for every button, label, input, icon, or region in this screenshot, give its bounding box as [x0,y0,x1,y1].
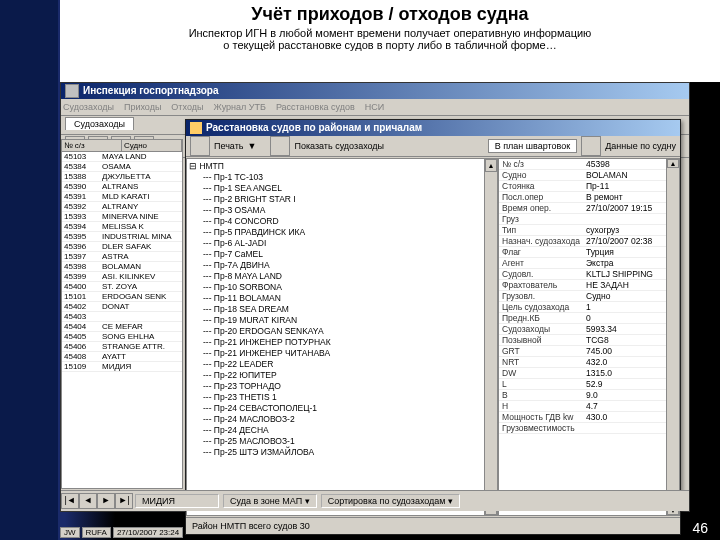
tree-leaf[interactable]: --- Пр-5 ПРАВДИНСК ИКА [189,227,495,238]
table-row[interactable]: 45390ALTRANS [62,182,182,192]
tree-leaf[interactable]: --- Пр-22 LEADER [189,359,495,370]
menu-item[interactable]: НСИ [365,99,384,115]
property-row[interactable]: ФлагТурция [499,247,679,258]
table-row[interactable]: 45103MAYA LAND [62,152,182,162]
table-row[interactable]: 45403 [62,312,182,322]
property-row[interactable]: NRT432.0 [499,357,679,368]
tree-leaf[interactable]: --- Пр-24 СЕВАСТОПОЛЕЦ-1 [189,403,495,414]
property-row[interactable]: Грузовл.Судно [499,291,679,302]
property-row[interactable]: Мощность ГДВ kw430.0 [499,412,679,423]
tree-leaf[interactable]: --- Пр-24 ДЕСНА [189,425,495,436]
tree-leaf[interactable]: --- Пр-4 CONCORD [189,216,495,227]
property-row[interactable]: Судовл.KLTLJ SHIPPING [499,269,679,280]
print-label[interactable]: Печать [214,141,243,151]
left-grid[interactable]: № с/з Судно 45103MAYA LAND45384OSAMA1538… [61,139,183,489]
table-row[interactable]: 45400ST. ZOYA [62,282,182,292]
property-row[interactable]: Типсухогруз [499,225,679,236]
table-row[interactable]: 45396DLER SAFAK [62,242,182,252]
property-row[interactable]: Посл.оперВ ремонт [499,192,679,203]
menu-item[interactable]: Судозаходы [63,99,114,115]
tree-leaf[interactable]: --- Пр-21 ИНЖЕНЕР ЧИТАНАВА [189,348,495,359]
tree-leaf[interactable]: --- Пр-25 МАСЛОВОЗ-1 [189,436,495,447]
tree-leaf[interactable]: --- Пр-7 CaMEL [189,249,495,260]
nav-next-icon[interactable]: ► [97,493,115,509]
property-row[interactable]: GRT745.00 [499,346,679,357]
table-row[interactable]: 45404CE MEFAR [62,322,182,332]
tree-leaf[interactable]: --- Пр-18 SEA DREAM [189,304,495,315]
properties-panel[interactable]: № с/з45398СудноBOLAMANСтоянкаПр-11Посл.о… [498,158,680,516]
show-label[interactable]: Показать судозаходы [294,141,384,151]
property-row[interactable]: DW1315.0 [499,368,679,379]
menu-item[interactable]: Отходы [171,99,203,115]
tree-leaf[interactable]: --- Пр-21 ИНЖЕНЕР ПОТУРНАК [189,337,495,348]
child-titlebar[interactable]: Расстановка судов по районам и причалам [186,120,680,136]
tree-leaf[interactable]: --- Пр-19 MURAT KIRAN [189,315,495,326]
nav-first-icon[interactable]: |◄ [61,493,79,509]
window-titlebar[interactable]: Инспекция госпортнадзора [61,83,689,99]
table-row[interactable]: 15388ДЖУЛЬЕТТА [62,172,182,182]
table-row[interactable]: 45405SONG EHLHA [62,332,182,342]
col-header[interactable]: Судно [122,140,182,151]
tree-leaf[interactable]: --- Пр-20 ERDOGAN SENKAYA [189,326,495,337]
tree-root[interactable]: ⊟ НМТП [189,161,495,172]
ship-data-label[interactable]: Данные по судну [605,141,676,151]
property-row[interactable]: № с/з45398 [499,159,679,170]
table-row[interactable]: 15101ERDOGAN SENK [62,292,182,302]
property-row[interactable]: H4.7 [499,401,679,412]
table-row[interactable]: 45395INDUSTRIAL MINA [62,232,182,242]
tree-leaf[interactable]: --- Пр-1 SEA ANGEL [189,183,495,194]
property-row[interactable]: Судозаходы5993.34 [499,324,679,335]
tree-leaf[interactable]: --- Пр-2 BRIGHT STAR I [189,194,495,205]
tree-leaf[interactable]: --- Пр-3 OSAMA [189,205,495,216]
plan-button[interactable]: В план швартовок [488,139,577,153]
property-row[interactable]: Назнач. судозахода27/10/2007 02:38 [499,236,679,247]
menu-item[interactable]: Расстановка судов [276,99,355,115]
property-row[interactable]: СудноBOLAMAN [499,170,679,181]
property-row[interactable]: АгентЭкстра [499,258,679,269]
property-row[interactable]: Грузовместимость [499,423,679,434]
property-row[interactable]: ФрахтовательНЕ ЗАДАН [499,280,679,291]
tree-leaf[interactable]: --- Пр-11 BOLAMAN [189,293,495,304]
property-row[interactable]: Груз [499,214,679,225]
property-row[interactable]: СтоянкаПр-11 [499,181,679,192]
table-row[interactable]: 45391MLD KARATI [62,192,182,202]
property-row[interactable]: ПозывнойTCG8 [499,335,679,346]
tree-leaf[interactable]: --- Пр-6 AL-JADI [189,238,495,249]
ship-data-icon[interactable] [581,136,601,156]
menu-item[interactable]: Приходы [124,99,161,115]
tree-leaf[interactable]: --- Пр-7А ДВИНА [189,260,495,271]
property-row[interactable]: Время опер.27/10/2007 19:15 [499,203,679,214]
status-zone[interactable]: Суда в зоне МАП ▾ [223,494,317,508]
tree-leaf[interactable]: --- Пр-22 ЮПИТЕР [189,370,495,381]
table-row[interactable]: 15393MINERVA NINE [62,212,182,222]
menu-bar[interactable]: Судозаходы Приходы Отходы Журнал УТБ Рас… [61,99,689,116]
property-row[interactable]: Предн.КБ0 [499,313,679,324]
tab-active[interactable]: Судозаходы [65,117,134,130]
tree-leaf[interactable]: --- Пр-10 SORBONA [189,282,495,293]
table-row[interactable]: 45398BOLAMAN [62,262,182,272]
nav-last-icon[interactable]: ►| [115,493,133,509]
tree-leaf[interactable]: --- Пр-25 ШТЭ ИЗМАЙЛОВА [189,447,495,458]
tree-leaf[interactable]: --- Пр-24 МАСЛОВОЗ-2 [189,414,495,425]
nav-prev-icon[interactable]: ◄ [79,493,97,509]
table-row[interactable]: 45406STRANGE ATTR. [62,342,182,352]
tree-leaf[interactable]: --- Пр-23 THETIS 1 [189,392,495,403]
table-row[interactable]: 15109МИДИЯ [62,362,182,372]
table-row[interactable]: 45402DONAT [62,302,182,312]
tree-leaf[interactable]: --- Пр-23 ТОРНАДО [189,381,495,392]
property-row[interactable]: B9.0 [499,390,679,401]
menu-item[interactable]: Журнал УТБ [213,99,265,115]
table-row[interactable]: 45392ALTRANY [62,202,182,212]
status-sort[interactable]: Сортировка по судозаходам ▾ [321,494,460,508]
col-header[interactable]: № с/з [62,140,122,151]
tree-leaf[interactable]: --- Пр-8 MAYA LAND [189,271,495,282]
props-scrollbar[interactable] [666,159,679,515]
property-row[interactable]: L52.9 [499,379,679,390]
berth-tree[interactable]: ⊟ НМТП --- Пр-1 ТС-103--- Пр-1 SEA ANGEL… [186,158,498,516]
table-row[interactable]: 45394MELISSA K [62,222,182,232]
print-icon[interactable] [190,136,210,156]
table-row[interactable]: 45399ASI. KILINKEV [62,272,182,282]
table-row[interactable]: 15397ASTRA [62,252,182,262]
tree-scrollbar[interactable] [484,159,497,515]
table-row[interactable]: 45408AYATT [62,352,182,362]
